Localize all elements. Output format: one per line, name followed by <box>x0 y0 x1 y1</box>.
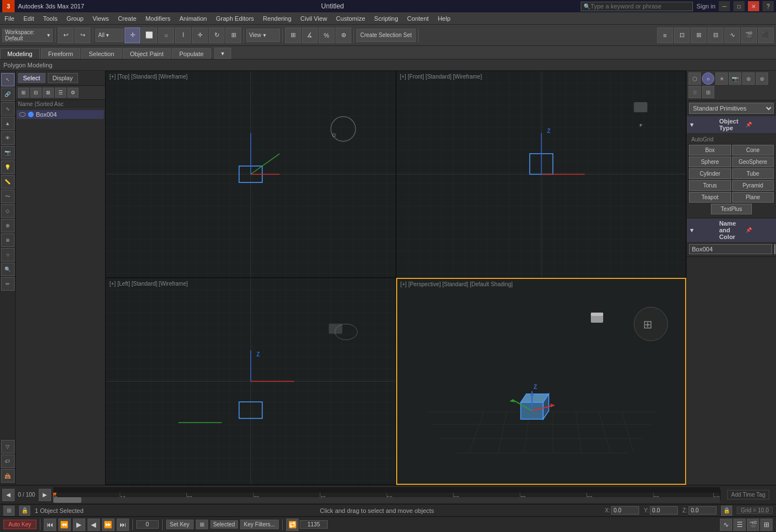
obj-btn-torus[interactable]: Torus <box>689 180 731 191</box>
menu-group[interactable]: Group <box>62 14 88 23</box>
percent-snap[interactable]: % <box>319 27 334 43</box>
scene-item-box004[interactable]: Box004 <box>17 110 104 119</box>
left-icon-bag[interactable]: 👜 <box>1 469 15 483</box>
x-input[interactable] <box>611 506 639 515</box>
key-mode-toggle[interactable]: ⊞ <box>196 520 208 529</box>
select-tool[interactable]: ✛ <box>125 27 140 43</box>
scene-btn-5[interactable]: ⚙ <box>67 88 79 98</box>
create-icon-spacewarps[interactable]: ⊗ <box>756 72 768 85</box>
curve-editor[interactable]: ∿ <box>724 27 740 43</box>
left-icon-wave[interactable]: 〜 <box>1 190 15 203</box>
left-icon-camera[interactable]: 📷 <box>1 146 15 159</box>
search-input[interactable] <box>590 3 690 10</box>
left-icon-brush[interactable]: ✏ <box>1 277 15 291</box>
viewport-front[interactable]: [+] [Front] [Standard] [Wireframe] Z <box>396 71 687 278</box>
create-icon-lights[interactable]: ☀ <box>715 72 728 85</box>
render-frame[interactable]: ⬛ <box>758 27 774 43</box>
scale-tool[interactable]: ⊞ <box>226 27 241 43</box>
primitive-type-select[interactable]: Standard PrimitivesExtended PrimitivesCo… <box>689 103 774 114</box>
obj-btn-geosphere[interactable]: GeoSphere <box>732 157 774 167</box>
scene-tab-display[interactable]: Display <box>48 73 78 83</box>
obj-btn-sphere[interactable]: Sphere <box>689 157 731 167</box>
filter-dropdown[interactable]: All▾ <box>95 29 123 42</box>
timeline-prev-btn[interactable]: ◀ <box>2 489 15 501</box>
mirror-tool[interactable]: ⊡ <box>674 27 690 43</box>
obj-btn-box[interactable]: Box <box>689 145 731 155</box>
goto-end-button[interactable]: ⏭ <box>117 519 129 531</box>
left-icon-systems[interactable]: ☆ <box>1 248 15 262</box>
current-frame-input[interactable] <box>136 520 159 529</box>
viewport-top-label[interactable]: [+] [Top] [Standard] [Wireframe] <box>109 74 187 80</box>
y-input[interactable] <box>650 506 678 515</box>
play-back-button[interactable]: ◀ <box>88 519 100 531</box>
menu-content[interactable]: Content <box>403 14 434 23</box>
align-tool[interactable]: ⊞ <box>691 27 706 43</box>
menu-create[interactable]: Create <box>113 14 141 23</box>
menu-modifiers[interactable]: Modifiers <box>141 14 175 23</box>
play-button[interactable]: ▶ <box>73 519 85 531</box>
z-input[interactable] <box>688 506 717 515</box>
set-key-button[interactable]: Set Key <box>166 520 194 529</box>
minimize-button[interactable]: ─ <box>719 1 730 11</box>
close-button[interactable]: ✕ <box>748 1 759 11</box>
tab-freeform[interactable]: Freeform <box>41 48 81 59</box>
prev-frame-button[interactable]: ⏪ <box>58 519 71 531</box>
scene-btn-2[interactable]: ⊟ <box>30 88 42 98</box>
status-icon-1[interactable]: ⊞ <box>3 506 15 516</box>
select-region-circle[interactable]: ○ <box>158 27 174 43</box>
create-icon-systems[interactable]: ☆ <box>688 86 701 98</box>
menu-file[interactable]: File <box>0 14 19 23</box>
create-icon-shapes[interactable]: ○ <box>702 72 714 85</box>
timeline-scroll-thumb[interactable] <box>53 497 81 503</box>
obj-btn-cone[interactable]: Cone <box>732 145 774 155</box>
tab-more-button[interactable]: ▾ <box>214 48 231 59</box>
tab-modeling[interactable]: Modeling <box>0 48 40 59</box>
timeline-next-btn[interactable]: ▶ <box>39 489 51 501</box>
create-icon-geometry[interactable]: ⬡ <box>688 72 701 85</box>
menu-rendering[interactable]: Rendering <box>259 14 296 23</box>
scene-btn-3[interactable]: ⊠ <box>43 88 54 98</box>
layer-manager[interactable]: ⊟ <box>708 27 723 43</box>
object-type-header[interactable]: ▾ Object Type 📌 <box>687 116 776 133</box>
create-selection-set-button[interactable]: Create Selection Set <box>356 29 416 42</box>
menu-customize[interactable]: Customize <box>332 14 370 23</box>
color-swatch[interactable] <box>774 244 775 254</box>
spinner-snap[interactable]: ⊛ <box>336 27 351 43</box>
menu-civil-view[interactable]: Civil View <box>296 14 331 23</box>
loop-button[interactable]: 🔁 <box>286 519 299 531</box>
menu-animation[interactable]: Animation <box>175 14 212 23</box>
left-icon-pointer[interactable]: ↖ <box>1 73 15 86</box>
help-button[interactable]: ? <box>763 1 774 11</box>
primitive-type-dropdown[interactable]: Standard PrimitivesExtended PrimitivesCo… <box>689 103 774 114</box>
render-setup[interactable]: 🎬 <box>741 27 757 43</box>
menu-edit[interactable]: Edit <box>19 14 39 23</box>
left-icon-poly[interactable]: ▲ <box>1 117 15 130</box>
left-icon-link[interactable]: 🔗 <box>1 88 15 101</box>
status-icon-lock[interactable]: 🔒 <box>19 506 30 516</box>
total-frames-input[interactable] <box>300 520 328 529</box>
menu-views[interactable]: Views <box>88 14 113 23</box>
viewport-left-label[interactable]: [+] [Left] [Standard] [Wireframe] <box>109 281 188 287</box>
redo-button[interactable]: ↪ <box>75 27 90 43</box>
viewport-perspective[interactable]: [+] [Perspective] [Standard] [Default Sh… <box>396 278 687 485</box>
obj-btn-cylinder[interactable]: Cylinder <box>689 168 731 179</box>
goto-start-button[interactable]: ⏮ <box>44 519 56 531</box>
viewport-top[interactable]: [+] [Top] [Standard] [Wireframe] <box>105 71 396 278</box>
add-time-tag-button[interactable]: Add Time Tag <box>727 490 769 499</box>
menu-tools[interactable]: Tools <box>39 14 62 23</box>
viewport-front-label[interactable]: [+] [Front] [Standard] [Wireframe] <box>400 74 482 80</box>
left-icon-magnify[interactable]: 🔍 <box>1 263 15 276</box>
viewport-size[interactable]: ⊞ <box>760 519 773 531</box>
menu-scripting[interactable]: Scripting <box>370 14 403 23</box>
timeline-ruler[interactable]: 0 10 20 30 40 50 60 70 80 <box>53 487 720 503</box>
select-lasso[interactable]: ⌇ <box>175 27 191 43</box>
sign-in-button[interactable]: Sign in <box>696 3 715 10</box>
view-dropdown[interactable]: View▾ <box>246 29 280 42</box>
viewport-left[interactable]: [+] [Left] [Standard] [Wireframe] Z <box>105 278 396 485</box>
selected-dropdown[interactable]: Selected <box>210 520 238 529</box>
left-icon-helpers[interactable]: ⊕ <box>1 219 15 232</box>
scene-tab-select[interactable]: Select <box>18 73 45 83</box>
snap-toggle[interactable]: ⊞ <box>285 27 301 43</box>
left-icon-spacewarp[interactable]: ⊗ <box>1 233 15 247</box>
menu-help[interactable]: Help <box>433 14 455 23</box>
